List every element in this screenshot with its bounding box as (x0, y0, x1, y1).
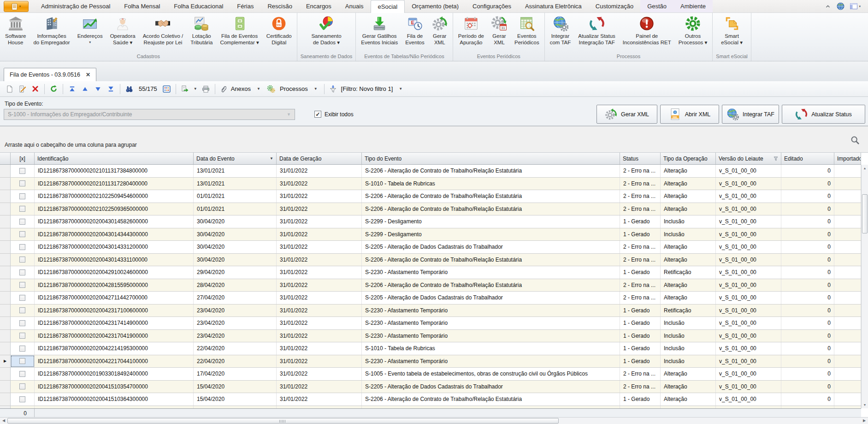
table-row[interactable]: ID121867387000000202004301434430000030/0… (0, 228, 861, 241)
checkbox-unchecked-icon[interactable] (19, 257, 25, 263)
menu-tab-assinatura-eletronica[interactable]: Assinatura Eletrônica (518, 0, 589, 12)
checkbox-unchecked-icon[interactable] (19, 320, 25, 326)
menu-tab-configuracoes[interactable]: Configurações (466, 0, 518, 12)
row-checkbox-cell[interactable] (11, 190, 35, 203)
row-checkbox-cell[interactable] (11, 342, 35, 355)
checkbox-unchecked-icon[interactable] (19, 219, 25, 225)
row-checkbox-cell[interactable] (11, 254, 35, 266)
menu-tab-administracao-de-pessoal[interactable]: Administração de Pessoal (34, 0, 117, 12)
row-checkbox-cell[interactable] (11, 393, 35, 406)
menu-tab-rescisao[interactable]: Rescisão (260, 0, 299, 12)
checkbox-unchecked-icon[interactable] (19, 396, 25, 402)
new-record-button[interactable] (4, 83, 15, 95)
help-globe-icon[interactable] (837, 2, 844, 10)
horizontal-scrollbar[interactable]: ◀ ▶ (0, 417, 868, 424)
menu-tab-orcamento-beta[interactable]: Orçamento (beta) (405, 0, 466, 12)
menu-tab-ambiente[interactable]: Ambiente (673, 0, 713, 12)
ribbon-button-lotacao-tributaria[interactable]: Lotação Tributária (187, 13, 216, 46)
table-row[interactable]: ID121867387000000202004291002460000029/0… (0, 266, 861, 279)
table-row[interactable]: ID121867387000000202102250936500000001/0… (0, 203, 861, 216)
filtro-button[interactable]: [Filtro: Novo filtro 1] ▼ (328, 85, 406, 93)
checkbox-unchecked-icon[interactable] (19, 346, 25, 352)
table-row[interactable]: ID121867387000000202004301433120000030/0… (0, 241, 861, 254)
row-checkbox-cell[interactable] (11, 228, 35, 241)
ribbon-button-acordo-coletivo-reajuste-por-lei[interactable]: Acordo Coletivo / Reajuste por Lei (139, 13, 187, 46)
checkbox-unchecked-icon[interactable] (19, 333, 25, 339)
scroll-right-icon[interactable]: ▶ (861, 418, 868, 424)
row-checkbox-cell[interactable] (11, 165, 35, 177)
vertical-scroll-thumb[interactable] (862, 194, 868, 233)
table-row[interactable]: ID121867387000000202004281559500000028/0… (0, 279, 861, 292)
print-button[interactable] (200, 83, 212, 95)
checkbox-unchecked-icon[interactable] (19, 383, 25, 389)
row-checkbox-cell[interactable] (11, 178, 35, 190)
ribbon-button-painel-de-inconsistencias-ret[interactable]: Painel de Inconsistências RET (619, 13, 675, 46)
tipo-evento-combo[interactable]: S-1000 - Informações do Empregador/Contr… (4, 109, 295, 120)
checkbox-unchecked-icon[interactable] (19, 193, 25, 199)
ribbon-button-software-house[interactable]: Software House (1, 13, 30, 46)
close-tab-icon[interactable]: ✕ (86, 72, 90, 78)
export-button[interactable] (179, 83, 191, 95)
ribbon-button-outros-processos[interactable]: Outros Processos ▾ (675, 13, 711, 46)
row-checkbox-cell[interactable] (11, 330, 35, 342)
ribbon-button-operadora-saude[interactable]: Operadora Saúde ▾ (106, 13, 139, 46)
table-row[interactable]: ID121867387000000202004151035470000015/0… (0, 381, 861, 394)
checkbox-unchecked-icon[interactable] (19, 244, 25, 250)
checkbox-unchecked-icon[interactable] (19, 295, 25, 301)
ribbon-button-certificado-digital[interactable]: SSLCertificado Digital (263, 13, 295, 46)
column-header-tipo-da-operacao[interactable]: Tipo da Operação (661, 153, 716, 164)
table-row[interactable]: ID121867387000000202101131738480000013/0… (0, 165, 861, 178)
atualizar-status-button[interactable]: Atualizar Status (782, 105, 865, 124)
ribbon-button-gerar-xml[interactable]: Gerar XML (428, 13, 451, 46)
ribbon-button-eventos-periodicos[interactable]: Eventos Periódicos (511, 13, 543, 46)
table-row[interactable]: ID121867387000000202004151036430000015/0… (0, 393, 861, 406)
column-header-editado[interactable]: Editado (781, 153, 834, 164)
table-row[interactable]: ID121867387000000202004301433110000030/0… (0, 254, 861, 267)
checkbox-unchecked-icon[interactable] (19, 231, 25, 237)
edit-record-button[interactable] (17, 83, 28, 95)
ribbon-button-gerar-gatilhos-eventos-iniciais[interactable]: Gerar Gatilhos Eventos Iniciais (357, 13, 402, 46)
row-checkbox-cell[interactable] (11, 292, 35, 304)
menu-tab-folha-educacional[interactable]: Folha Educacional (167, 0, 230, 12)
nav-prev-button[interactable] (79, 83, 91, 95)
column-header-data-do-evento[interactable]: Data do Evento▼ (194, 153, 277, 164)
abrir-xml-button[interactable]: ⟨⟩XMLAbrir XML (660, 105, 719, 124)
row-checkbox-cell[interactable] (11, 381, 35, 393)
row-checkbox-cell[interactable] (11, 368, 35, 380)
gerar-xml-button[interactable]: Gerar XML (596, 105, 657, 124)
menu-tab-folha-mensal[interactable]: Folha Mensal (117, 0, 167, 12)
processos-button[interactable]: Processos ▼ (265, 85, 321, 93)
menu-tab-esocial[interactable]: eSocial (371, 0, 405, 13)
menu-tab-ferias[interactable]: Férias (230, 0, 260, 12)
vertical-scrollbar[interactable]: ▲ ▼ (861, 165, 868, 408)
group-by-panel[interactable]: Arraste aqui o cabeçalho de uma coluna p… (0, 126, 868, 153)
collapse-ribbon-icon[interactable] (825, 3, 831, 10)
exibir-todos-checkbox[interactable]: ✓ Exibir todos (314, 111, 354, 118)
row-checkbox-cell[interactable] (11, 355, 35, 368)
ribbon-button-gerar-xml[interactable]: 31Gerar XML (488, 13, 511, 46)
row-checkbox-cell[interactable] (11, 241, 35, 253)
ribbon-button-fila-de-eventos[interactable]: EFila de Eventos (402, 13, 428, 46)
menu-tab-anuais[interactable]: Anuais (338, 0, 371, 12)
row-checkbox-cell[interactable] (11, 305, 35, 317)
table-row[interactable]: ID121867387000000202004271144270000027/0… (0, 292, 861, 305)
column-header-checkbox[interactable]: [x] (11, 153, 35, 164)
table-row[interactable]: ID121867387000000202004231741490000023/0… (0, 317, 861, 330)
checkbox-unchecked-icon[interactable] (19, 180, 25, 186)
ribbon-button-periodo-de-apuracao[interactable]: Período de Apuração (455, 13, 488, 46)
refresh-button[interactable] (48, 83, 59, 95)
document-tab[interactable]: Fila de Eventos - 03.9.0516 ✕ (4, 68, 96, 81)
anexos-button[interactable]: Anexos ▼ (218, 85, 264, 93)
ribbon-button-fila-de-eventos-complementar[interactable]: Fila de Eventos Complementar ▾ (216, 13, 262, 46)
menu-tab-gestao[interactable]: Gestão (640, 0, 673, 12)
table-row[interactable]: ID121867387000000202004301458260000030/0… (0, 215, 861, 228)
checkbox-unchecked-icon[interactable] (19, 282, 25, 288)
column-header-identificacao[interactable]: Identificação (35, 153, 194, 164)
table-row[interactable]: ▶ID121867387000000202004221704410000022/… (0, 355, 861, 368)
row-checkbox-cell[interactable] (11, 266, 35, 279)
scroll-up-icon[interactable]: ▲ (862, 165, 868, 172)
row-checkbox-cell[interactable] (11, 279, 35, 292)
horizontal-scroll-thumb[interactable] (7, 418, 559, 424)
menu-tab-customizacao[interactable]: Customização (589, 0, 640, 12)
table-row[interactable]: ID121867387000000202004231710060000023/0… (0, 305, 861, 317)
